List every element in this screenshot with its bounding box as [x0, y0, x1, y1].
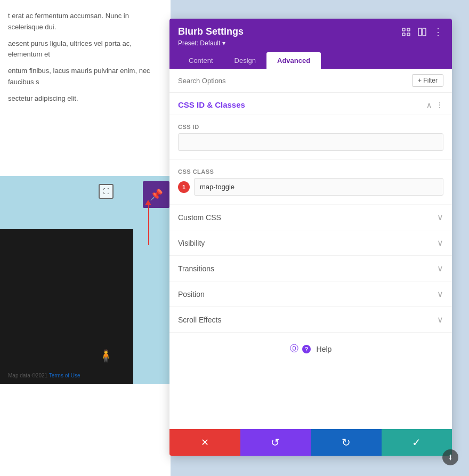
transitions-title: Transitions — [178, 264, 214, 273]
css-class-input[interactable] — [194, 178, 443, 196]
help-circle-icon: ? — [302, 344, 311, 354]
redo-icon: ↻ — [342, 436, 351, 449]
map-pin-icon: 📌 — [150, 188, 163, 201]
css-id-field-section: CSS ID — [169, 115, 452, 160]
help-icon: ⓪ — [290, 343, 298, 354]
custom-css-title: Custom CSS — [178, 213, 221, 222]
save-button[interactable]: ✓ — [382, 429, 452, 456]
panel-header: Blurb Settings ⋮ — [169, 19, 452, 69]
scroll-icon — [446, 453, 455, 462]
expand-icon[interactable] — [99, 184, 114, 199]
panel-icons: ⋮ — [401, 27, 443, 37]
panel-title: Blurb Settings — [178, 26, 244, 37]
tab-advanced[interactable]: Advanced — [266, 52, 321, 69]
bottom-toolbar: ✕ ↺ ↻ ✓ — [169, 429, 452, 456]
more-options-button[interactable]: ⋮ — [433, 27, 443, 37]
columns-button[interactable] — [417, 27, 427, 37]
section-header-icons: ∧ ⋮ — [426, 101, 443, 109]
preset-link[interactable]: Preset: Default ▾ — [178, 39, 225, 47]
css-id-classes-section-header: CSS ID & Classes ∧ ⋮ — [169, 93, 452, 115]
tab-content[interactable]: Content — [178, 52, 224, 69]
bg-text-3: entum finibus, lacus mauris pulvinar eni… — [8, 66, 163, 88]
undo-icon: ↺ — [271, 436, 280, 449]
undo-button[interactable]: ↺ — [240, 429, 311, 456]
svg-text:?: ? — [304, 346, 308, 352]
panel-preset: Preset: Default ▾ — [178, 39, 443, 47]
panel-tabs: Content Design Advanced — [178, 52, 443, 69]
tab-design[interactable]: Design — [224, 52, 266, 69]
position-title: Position — [178, 290, 205, 298]
map-area: 📌 🧍 Map data ©2021 Terms of Use — [0, 176, 171, 384]
save-icon: ✓ — [412, 436, 421, 449]
scroll-handle[interactable] — [442, 449, 458, 465]
settings-panel: Blurb Settings ⋮ — [169, 19, 452, 456]
bg-text-2: aesent purus ligula, ultrices vel porta … — [8, 38, 163, 61]
css-class-row: 1 — [178, 178, 443, 196]
arrow-up-line — [148, 203, 149, 245]
fullscreen-button[interactable] — [401, 27, 411, 37]
help-section: ⓪ ? Help — [169, 333, 452, 365]
svg-rect-0 — [402, 28, 405, 31]
visibility-title: Visibility — [178, 239, 205, 247]
filter-button[interactable]: + Filter — [412, 74, 443, 87]
badge-number: 1 — [178, 181, 190, 193]
svg-rect-4 — [418, 28, 422, 36]
panel-body: CSS ID & Classes ∧ ⋮ CSS ID CSS Class 1 … — [169, 93, 452, 429]
custom-css-section[interactable]: Custom CSS ∨ — [169, 205, 452, 230]
section-more-icon[interactable]: ⋮ — [436, 101, 443, 109]
search-bar: + Filter — [169, 69, 452, 93]
position-chevron: ∨ — [437, 289, 443, 299]
collapse-section-icon[interactable]: ∧ — [426, 101, 432, 109]
cancel-button[interactable]: ✕ — [169, 429, 240, 456]
css-id-label: CSS ID — [178, 124, 443, 130]
visibility-section[interactable]: Visibility ∨ — [169, 230, 452, 256]
css-class-label: CSS Class — [178, 168, 443, 175]
bg-text-4: sectetur adipiscing elit. — [8, 93, 163, 104]
bg-text-1: t erat ac fermentum accumsan. Nunc in sc… — [8, 11, 163, 33]
cancel-icon: ✕ — [201, 437, 209, 448]
map-terms[interactable]: Terms of Use — [49, 373, 80, 378]
css-id-input[interactable] — [178, 133, 443, 151]
css-class-field-section: CSS Class 1 — [169, 160, 452, 205]
map-data-text: Map data ©2021 Terms of Use — [8, 373, 80, 378]
custom-css-chevron: ∨ — [437, 212, 443, 222]
help-text[interactable]: Help — [317, 345, 332, 353]
arrow-up-head — [145, 200, 151, 205]
search-input[interactable] — [178, 77, 412, 85]
scroll-effects-section[interactable]: Scroll Effects ∨ — [169, 307, 452, 333]
scroll-effects-chevron: ∨ — [437, 314, 443, 325]
css-id-classes-title: CSS ID & Classes — [178, 100, 245, 109]
transitions-chevron: ∨ — [437, 263, 443, 273]
visibility-chevron: ∨ — [437, 238, 443, 248]
position-section[interactable]: Position ∨ — [169, 281, 452, 307]
svg-rect-5 — [423, 28, 426, 36]
transitions-section[interactable]: Transitions ∨ — [169, 256, 452, 281]
person-icon: 🧍 — [99, 349, 114, 368]
scroll-effects-title: Scroll Effects — [178, 316, 221, 324]
svg-rect-2 — [402, 33, 405, 36]
svg-rect-1 — [407, 28, 410, 31]
redo-button[interactable]: ↻ — [311, 429, 382, 456]
svg-rect-3 — [407, 33, 410, 36]
